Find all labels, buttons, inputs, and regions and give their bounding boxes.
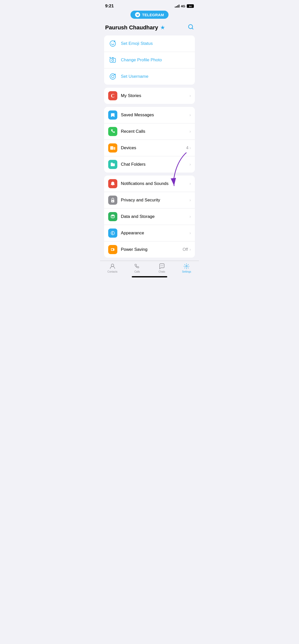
devices-chevron-icon: ›: [190, 146, 191, 150]
devices-icon: [108, 143, 117, 153]
set-username-item[interactable]: Set Username: [104, 68, 195, 85]
saved-messages-icon: [108, 110, 117, 120]
power-saving-value: Off: [183, 247, 188, 252]
signal-bar-2: [176, 6, 177, 8]
data-storage-item[interactable]: Data and Storage ›: [104, 209, 195, 225]
set-emoji-status-label: Set Emoji Status: [121, 41, 191, 46]
home-indicator: [100, 274, 199, 279]
signal-bar-3: [177, 5, 178, 8]
saved-messages-chevron-icon: ›: [190, 113, 191, 117]
telegram-pill-label: TELEGRAM: [142, 13, 164, 17]
star-icon: ★: [160, 24, 165, 31]
tab-calls-label: Calls: [134, 270, 140, 273]
change-profile-photo-item[interactable]: Change Profile Photo: [104, 52, 195, 68]
battery-indicator: 64: [187, 4, 194, 8]
search-button[interactable]: [188, 24, 194, 31]
svg-line-1: [192, 28, 193, 29]
notifications-sounds-label: Notifications and Sounds: [121, 181, 190, 186]
status-right: 4G 64: [175, 4, 194, 8]
username-icon: [108, 72, 117, 81]
profile-photo-icon: [108, 55, 117, 65]
svg-rect-8: [110, 58, 116, 62]
svg-rect-16: [110, 146, 113, 150]
recent-calls-chevron-icon: ›: [190, 129, 191, 134]
tab-chats[interactable]: Chats: [150, 263, 174, 273]
change-profile-photo-label: Change Profile Photo: [121, 58, 191, 63]
recent-calls-label: Recent Calls: [121, 129, 190, 134]
bottom-tab-bar: Contacts Calls Chats Settings: [100, 261, 199, 274]
data-storage-label: Data and Storage: [121, 214, 190, 219]
devices-item[interactable]: Devices 4 ›: [104, 140, 195, 156]
recent-calls-icon: [108, 127, 117, 136]
telegram-logo-icon: [135, 12, 140, 17]
saved-messages-label: Saved Messages: [121, 112, 190, 118]
power-saving-label: Power Saving: [121, 247, 183, 252]
status-bar: 9:21 4G 64: [100, 0, 199, 11]
settings-icon: [183, 263, 190, 270]
svg-point-4: [114, 43, 114, 43]
status-time: 9:21: [105, 4, 114, 9]
signal-bar-1: [175, 7, 176, 8]
devices-label: Devices: [121, 145, 186, 150]
my-stories-chevron-icon: ›: [190, 93, 191, 98]
power-saving-chevron-icon: ›: [190, 247, 191, 252]
emoji-status-icon: [108, 39, 117, 48]
privacy-security-item[interactable]: Privacy and Security ›: [104, 192, 195, 209]
chat-folders-chevron-icon: ›: [190, 162, 191, 167]
data-storage-icon: [108, 212, 117, 221]
settings-section-wrapper: Notifications and Sounds › Privacy and S…: [100, 176, 199, 258]
my-stories-item[interactable]: C My Stories ›: [104, 88, 195, 104]
svg-point-35: [186, 266, 187, 267]
svg-point-24: [111, 215, 115, 216]
set-emoji-status-item[interactable]: Set Emoji Status: [104, 35, 195, 52]
svg-point-3: [112, 43, 112, 43]
notifications-chevron-icon: ›: [190, 181, 191, 186]
chats-icon: [159, 263, 165, 270]
appearance-icon: [108, 229, 117, 238]
devices-badge: 4: [186, 146, 189, 150]
svg-point-9: [112, 59, 114, 61]
signal-bar-4: [179, 5, 179, 8]
tab-calls[interactable]: Calls: [125, 263, 150, 273]
my-stories-section: C My Stories ›: [104, 88, 195, 104]
svg-rect-20: [111, 163, 113, 164]
tab-settings-label: Settings: [182, 270, 191, 273]
page-title: Paurush Chaudhary: [105, 24, 158, 31]
telegram-pill: TELEGRAM: [130, 11, 169, 19]
calls-icon: [134, 263, 140, 270]
network-type: 4G: [181, 4, 185, 8]
page-title-area: Paurush Chaudhary ★: [105, 24, 165, 31]
signal-bars: [175, 5, 179, 8]
svg-rect-27: [111, 249, 113, 250]
tab-chats-label: Chats: [159, 270, 165, 273]
svg-point-34: [163, 266, 163, 266]
notifications-icon: [108, 179, 117, 188]
chat-folders-item[interactable]: Chat Folders ›: [104, 156, 195, 173]
telegram-header: TELEGRAM: [100, 11, 199, 19]
chat-folders-icon: [108, 160, 117, 169]
notifications-sounds-item[interactable]: Notifications and Sounds ›: [104, 176, 195, 192]
appearance-label: Appearance: [121, 231, 190, 236]
profile-actions-section: Set Emoji Status Change Profile Photo Se…: [104, 35, 195, 85]
power-saving-item[interactable]: Power Saving Off ›: [104, 241, 195, 258]
svg-point-13: [111, 75, 114, 78]
contacts-icon: [109, 263, 116, 270]
recent-calls-item[interactable]: Recent Calls ›: [104, 123, 195, 140]
privacy-chevron-icon: ›: [190, 198, 191, 202]
appearance-item[interactable]: Appearance ›: [104, 225, 195, 241]
my-stories-label: My Stories: [121, 93, 190, 98]
page-header: Paurush Chaudhary ★: [100, 20, 199, 35]
tab-contacts-label: Contacts: [107, 270, 117, 273]
settings-section: Notifications and Sounds › Privacy and S…: [104, 176, 195, 258]
chat-folders-label: Chat Folders: [121, 162, 190, 167]
tab-settings[interactable]: Settings: [174, 263, 199, 273]
privacy-icon: [108, 196, 117, 205]
power-saving-icon: [108, 245, 117, 254]
home-indicator-bar: [132, 276, 167, 277]
battery-level: 64: [188, 5, 193, 8]
saved-messages-item[interactable]: Saved Messages ›: [104, 107, 195, 123]
svg-point-32: [161, 266, 161, 266]
svg-point-33: [162, 266, 162, 266]
appearance-chevron-icon: ›: [190, 231, 191, 235]
tab-contacts[interactable]: Contacts: [100, 263, 125, 273]
